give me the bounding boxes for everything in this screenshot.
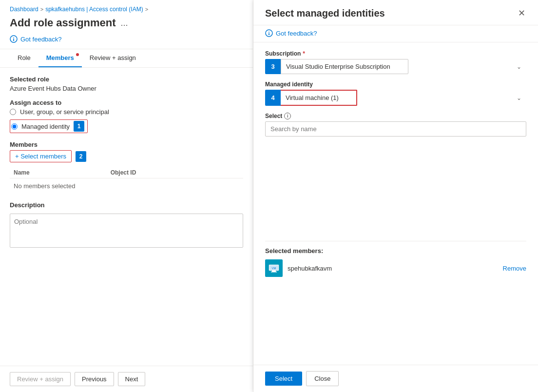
- selected-role-label: Selected role: [10, 76, 243, 83]
- managed-identity-select[interactable]: Virtual machine (1): [281, 90, 357, 106]
- select-info-icon[interactable]: i: [284, 113, 291, 119]
- subscription-required: *: [303, 50, 305, 57]
- panel-content: Selected role Azure Event Hubs Data Owne…: [0, 68, 253, 366]
- radio-managed-label: Managed identity: [21, 123, 70, 130]
- svg-rect-9: [271, 272, 277, 273]
- tab-members[interactable]: Members: [38, 49, 82, 67]
- selected-member-row: VM spehubkafkavm Remove: [265, 259, 526, 277]
- managed-identity-arrow: ⌄: [517, 95, 521, 101]
- right-panel: Select managed identities ✕ Got feedback…: [253, 0, 538, 392]
- selected-role-value: Azure Event Hubs Data Owner: [10, 85, 243, 92]
- no-members-text: No members selected: [10, 178, 243, 194]
- select-members-row: + Select members 2: [10, 150, 243, 162]
- page-title-row: Add role assignment ...: [0, 15, 253, 33]
- member-avatar: VM: [265, 259, 283, 277]
- previous-button[interactable]: Previous: [75, 372, 114, 386]
- select-field-label: Select i: [265, 113, 526, 119]
- breadcrumb-spkafka[interactable]: spkafkaehubns | Access control (IAM): [45, 6, 143, 13]
- tab-review-label: Review + assign: [90, 54, 136, 61]
- select-label-text: Select: [265, 113, 282, 119]
- managed-identity-wrapper: 4 Virtual machine (1) ⌄: [265, 90, 526, 106]
- select-members-button-label: + Select members: [15, 153, 66, 160]
- svg-text:VM: VM: [272, 267, 276, 270]
- svg-point-1: [13, 38, 14, 39]
- close-button[interactable]: Close: [306, 371, 339, 386]
- step3-badge: 3: [265, 59, 281, 74]
- members-label: Members: [10, 141, 243, 148]
- tab-members-label: Members: [46, 54, 74, 61]
- radio-managed-highlight: Managed identity 1: [10, 119, 88, 133]
- members-section: Members + Select members 2 Name Object I…: [10, 141, 243, 194]
- member-name: spehubkafkavm: [288, 265, 498, 272]
- table-row: No members selected: [10, 178, 243, 194]
- svg-point-4: [269, 32, 269, 33]
- members-table: Name Object ID No members selected: [10, 167, 243, 194]
- radio-user[interactable]: User, group, or service principal: [10, 108, 243, 116]
- selected-members-section: Selected members: VM spehubkafkavm Remov…: [265, 241, 526, 277]
- radio-managed-input[interactable]: [11, 123, 18, 130]
- radio-group: User, group, or service principal Manage…: [10, 108, 243, 133]
- close-panel-button[interactable]: ✕: [517, 8, 526, 19]
- col-object-id: Object ID: [107, 167, 243, 178]
- description-label: Description: [10, 201, 243, 209]
- right-content: Subscription * 3 Visual Studio Enterpris…: [253, 42, 538, 365]
- right-feedback-icon: [265, 29, 273, 37]
- tabs-row: Role Members Review + assign: [0, 49, 253, 68]
- radio-user-input[interactable]: [10, 109, 16, 115]
- svg-rect-2: [13, 39, 14, 41]
- step4-badge: 4: [265, 90, 281, 106]
- review-assign-button[interactable]: Review + assign: [10, 372, 71, 386]
- breadcrumb-sep1: >: [40, 6, 43, 12]
- description-section: Description: [10, 201, 243, 249]
- breadcrumb: Dashboard > spkafkaehubns | Access contr…: [0, 0, 253, 15]
- subscription-dropdown-arrow: ⌄: [517, 63, 521, 70]
- breadcrumb-dashboard[interactable]: Dashboard: [10, 6, 38, 13]
- managed-identity-select-wrapper: Virtual machine (1) ⌄: [281, 90, 526, 106]
- step1-badge: 1: [74, 121, 84, 132]
- search-input[interactable]: [265, 121, 526, 137]
- left-panel: Dashboard > spkafkaehubns | Access contr…: [0, 0, 253, 392]
- left-feedback-row[interactable]: Got feedback?: [0, 33, 253, 49]
- subscription-dropdown-wrapper: 3 Visual Studio Enterprise Subscription …: [265, 59, 526, 74]
- tab-role-label: Role: [18, 54, 31, 61]
- svg-rect-8: [272, 271, 276, 272]
- description-textarea[interactable]: [10, 214, 243, 248]
- subscription-field-label: Subscription *: [265, 50, 526, 57]
- tab-role[interactable]: Role: [10, 49, 38, 67]
- right-feedback-label: Got feedback?: [276, 30, 317, 37]
- subscription-label-text: Subscription: [265, 50, 301, 57]
- right-panel-header: Select managed identities ✕: [253, 0, 538, 25]
- subscription-select-wrapper: Visual Studio Enterprise Subscription ⌄: [281, 59, 526, 74]
- svg-rect-5: [269, 33, 269, 35]
- right-bottom-bar: Select Close: [253, 365, 538, 392]
- tab-members-dot: [76, 53, 79, 56]
- page-title: Add role assignment: [10, 17, 116, 29]
- managed-identity-field-label: Managed identity: [265, 81, 526, 88]
- selected-members-label: Selected members:: [265, 247, 526, 255]
- col-name: Name: [10, 167, 107, 178]
- feedback-icon: [10, 35, 18, 43]
- breadcrumb-sep2: >: [145, 6, 148, 12]
- radio-managed[interactable]: Managed identity 1: [10, 119, 243, 133]
- bottom-bar-left: Review + assign Previous Next: [0, 366, 253, 392]
- next-button[interactable]: Next: [118, 372, 146, 386]
- radio-user-label: User, group, or service principal: [20, 108, 109, 116]
- step2-badge: 2: [76, 151, 86, 162]
- right-panel-title: Select managed identities: [265, 8, 385, 19]
- tab-review[interactable]: Review + assign: [82, 49, 144, 67]
- left-feedback-label: Got feedback?: [20, 36, 62, 43]
- subscription-select[interactable]: Visual Studio Enterprise Subscription: [281, 59, 408, 74]
- vm-icon: VM: [268, 262, 280, 274]
- right-feedback-row[interactable]: Got feedback?: [253, 25, 538, 42]
- assign-access-label: Assign access to: [10, 99, 243, 106]
- search-results-area: [265, 143, 526, 241]
- select-button[interactable]: Select: [265, 372, 302, 386]
- select-members-button[interactable]: + Select members: [10, 150, 72, 162]
- remove-member-link[interactable]: Remove: [503, 265, 526, 272]
- managed-identity-label-text: Managed identity: [265, 81, 313, 88]
- page-title-ellipsis[interactable]: ...: [121, 18, 128, 28]
